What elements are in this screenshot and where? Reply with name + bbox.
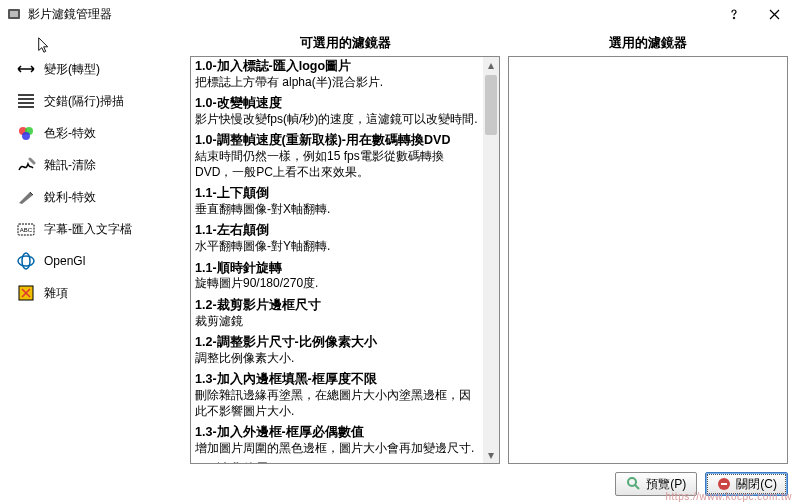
filter-desc: 刪除雜訊邊緣再塗黑，在總圖片大小內塗黑邊框，因此不影響圖片大小. [195, 388, 481, 419]
filter-item[interactable]: 1.1-左右顛倒水平翻轉圖像-對Y軸翻轉. [195, 223, 481, 254]
filter-title: 1.1-順時針旋轉 [195, 261, 481, 277]
category-item[interactable]: OpenGl [12, 245, 182, 277]
category-item[interactable]: 交錯(隔行)掃描 [12, 85, 182, 117]
filter-title: 1.3-加入外邊框-框厚必偶數值 [195, 425, 481, 441]
category-item[interactable]: 雜項 [12, 277, 182, 309]
subtitle-icon: ABC [16, 219, 36, 239]
filter-item[interactable]: 1.4-淡化效果 [195, 462, 481, 464]
category-sidebar: 變形(轉型)交錯(隔行)掃描色彩-特效雜訊-清除銳利-特效ABC字幕-匯入文字檔… [12, 32, 182, 464]
filter-title: 1.0-調整幀速度(重新取樣)-用在數碼轉換DVD [195, 133, 481, 149]
filter-desc: 把標誌上方帶有 alpha(半)混合影片. [195, 75, 481, 91]
preview-icon [626, 476, 642, 492]
scroll-down-icon[interactable]: ▾ [483, 447, 499, 463]
category-item[interactable]: ABC字幕-匯入文字檔 [12, 213, 182, 245]
filter-title: 1.1-左右顛倒 [195, 223, 481, 239]
svg-point-2 [733, 17, 735, 19]
filter-item[interactable]: 1.2-調整影片尺寸-比例像素大小調整比例像素大小. [195, 335, 481, 366]
filter-item[interactable]: 1.0-改變幀速度影片快慢改變fps(幀/秒)的速度，這濾鏡可以改變時間. [195, 96, 481, 127]
category-label: 色彩-特效 [44, 125, 96, 142]
filter-desc: 水平翻轉圖像-對Y軸翻轉. [195, 239, 481, 255]
scroll-thumb[interactable] [485, 75, 497, 135]
color-icon [16, 123, 36, 143]
category-label: 交錯(隔行)掃描 [44, 93, 124, 110]
close-icon [716, 476, 732, 492]
active-filters-panel [508, 56, 788, 464]
window-title: 影片濾鏡管理器 [28, 6, 714, 23]
opengl-icon [16, 251, 36, 271]
category-label: 變形(轉型) [44, 61, 100, 78]
close-button[interactable]: 關閉(C) [705, 472, 788, 496]
filter-title: 1.3-加入內邊框填黑-框厚度不限 [195, 372, 481, 388]
scrollbar[interactable]: ▴ ▾ [483, 57, 499, 463]
filter-item[interactable]: 1.1-上下顛倒垂直翻轉圖像-對X軸翻轉. [195, 186, 481, 217]
category-label: 字幕-匯入文字檔 [44, 221, 132, 238]
noise-icon [16, 155, 36, 175]
interlace-icon [16, 91, 36, 111]
category-label: 雜訊-清除 [44, 157, 96, 174]
filter-item[interactable]: 1.1-順時針旋轉旋轉圖片90/180/270度. [195, 261, 481, 292]
category-item[interactable]: 雜訊-清除 [12, 149, 182, 181]
category-label: 雜項 [44, 285, 68, 302]
category-item[interactable]: 銳利-特效 [12, 181, 182, 213]
filter-desc: 影片快慢改變fps(幀/秒)的速度，這濾鏡可以改變時間. [195, 112, 481, 128]
filter-item[interactable]: 1.3-加入外邊框-框厚必偶數值增加圖片周圍的黑色邊框，圖片大小會再加變邊尺寸. [195, 425, 481, 456]
filter-title: 1.2-調整影片尺寸-比例像素大小 [195, 335, 481, 351]
available-filters-panel: 1.0-加入標誌-匯入logo圖片把標誌上方帶有 alpha(半)混合影片.1.… [190, 56, 500, 464]
active-header: 選用的濾鏡器 [508, 32, 788, 56]
svg-rect-1 [10, 11, 18, 17]
filter-item[interactable]: 1.0-調整幀速度(重新取樣)-用在數碼轉換DVD結束時間仍然一樣，例如15 f… [195, 133, 481, 180]
svg-point-9 [22, 132, 30, 140]
transform-icon [16, 59, 36, 79]
active-column: 選用的濾鏡器 [508, 32, 788, 464]
filter-desc: 垂直翻轉圖像-對X軸翻轉. [195, 202, 481, 218]
filter-desc: 結束時間仍然一樣，例如15 fps電影從數碼轉換 DVD，一般PC上看不出來效果… [195, 149, 481, 180]
misc-icon [16, 283, 36, 303]
close-label: 關閉(C) [736, 476, 777, 493]
filter-title: 1.1-上下顛倒 [195, 186, 481, 202]
close-window-button[interactable] [754, 1, 794, 27]
footer: 預覽(P) 關閉(C) [0, 464, 800, 504]
filter-desc: 增加圖片周圍的黑色邊框，圖片大小會再加變邊尺寸. [195, 441, 481, 457]
available-header: 可選用的濾鏡器 [190, 32, 500, 56]
filter-title: 1.0-加入標誌-匯入logo圖片 [195, 59, 481, 75]
preview-button[interactable]: 預覽(P) [615, 472, 697, 496]
category-label: OpenGl [44, 254, 85, 268]
category-item[interactable]: 色彩-特效 [12, 117, 182, 149]
spacer [12, 32, 182, 53]
svg-point-12 [18, 256, 34, 266]
sharpen-icon [16, 187, 36, 207]
app-icon [6, 6, 22, 22]
available-column: 可選用的濾鏡器 1.0-加入標誌-匯入logo圖片把標誌上方帶有 alpha(半… [190, 32, 500, 464]
svg-text:ABC: ABC [20, 227, 33, 233]
filter-title: 1.4-淡化效果 [195, 462, 481, 464]
filter-desc: 旋轉圖片90/180/270度. [195, 276, 481, 292]
scroll-up-icon[interactable]: ▴ [483, 57, 499, 73]
filter-item[interactable]: 1.3-加入內邊框填黑-框厚度不限刪除雜訊邊緣再塗黑，在總圖片大小內塗黑邊框，因… [195, 372, 481, 419]
filter-item[interactable]: 1.0-加入標誌-匯入logo圖片把標誌上方帶有 alpha(半)混合影片. [195, 59, 481, 90]
svg-point-15 [628, 478, 636, 486]
filter-desc: 裁剪濾鏡 [195, 314, 481, 330]
preview-label: 預覽(P) [646, 476, 686, 493]
category-item[interactable]: 變形(轉型) [12, 53, 182, 85]
help-button[interactable] [714, 1, 754, 27]
filter-desc: 調整比例像素大小. [195, 351, 481, 367]
category-label: 銳利-特效 [44, 189, 96, 206]
filter-item[interactable]: 1.2-裁剪影片邊框尺寸裁剪濾鏡 [195, 298, 481, 329]
titlebar: 影片濾鏡管理器 [0, 0, 800, 28]
filter-title: 1.2-裁剪影片邊框尺寸 [195, 298, 481, 314]
filter-title: 1.0-改變幀速度 [195, 96, 481, 112]
